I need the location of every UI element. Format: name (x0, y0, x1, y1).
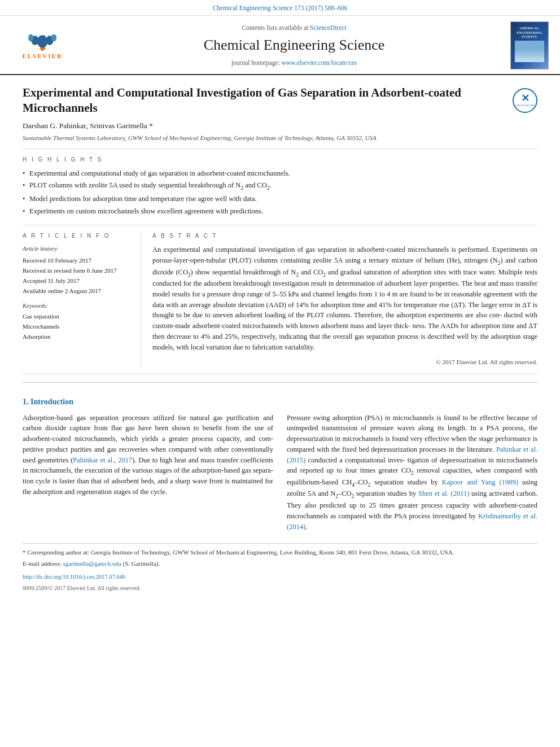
elsevier-brand-text: ELSEVIER (22, 52, 63, 61)
highlight-item: Experimental and computational study of … (23, 168, 537, 178)
highlights-heading: H I G H L I G H T S (23, 156, 537, 164)
paper-content: Experimental and Computational Investiga… (0, 75, 560, 593)
journal-title: Chemical Engineering Science (85, 34, 504, 56)
highlight-item: Experiments on custom microchannels show… (23, 206, 537, 216)
section-divider (23, 382, 537, 383)
highlight-item: Model predictions for adsorption time an… (23, 194, 537, 204)
history-accepted: Accepted 31 July 2017 (23, 277, 129, 286)
abstract-column: A B S T R A C T An experimental and comp… (141, 232, 537, 368)
intro-paragraph-1: Adsorption-based gas separation processe… (23, 413, 273, 497)
journal-reference: Chemical Engineering Science 173 (2017) … (0, 0, 560, 16)
article-info-heading: A R T I C L E I N F O (23, 232, 129, 241)
keywords-label: Keywords: (23, 302, 129, 310)
keyword-gas-separation: Gas separation (23, 312, 129, 321)
paper-affiliation: Sustainable Thermal Systems Laboratory, … (23, 134, 504, 143)
highlight-item: PLOT columns with zeolite 5A used to stu… (23, 180, 537, 192)
highlights-section: H I G H L I G H T S Experimental and com… (23, 149, 537, 225)
intro-col-left: Adsorption-based gas separation processe… (23, 413, 273, 537)
article-info-abstract-section: A R T I C L E I N F O Article history: R… (23, 225, 537, 375)
svg-point-1 (37, 35, 47, 47)
elsevier-logo-area: ELSEVIER (11, 30, 85, 61)
history-revised: Received in revised form 6 June 2017 (23, 267, 129, 276)
footnote-section: * Corresponding author at: Georgia Insti… (23, 543, 537, 592)
cover-thumbnail (515, 41, 544, 62)
sciencedirect-label: Contents lists available at ScienceDirec… (85, 23, 504, 33)
email-note: E-mail address: sgarimella@gatech.edu (S… (23, 560, 537, 568)
journal-cover-image: CHEMICAL ENGINEERING SCIENCE (510, 21, 549, 69)
intro-heading: 1. Introduction (23, 396, 537, 408)
krishnamurthy-link[interactable]: Krishnamurthy et al. (2014) (287, 512, 537, 531)
journal-cover-area: CHEMICAL ENGINEERING SCIENCE (504, 21, 549, 69)
paper-authors: Darshan G. Pahinkar, Srinivas Garimella … (23, 120, 504, 132)
abstract-text: An experimental and computational invest… (152, 244, 537, 352)
crossmark-icon: ✕ CrossMark (513, 88, 537, 113)
author-email-link[interactable]: sgarimella@gatech.edu (63, 560, 121, 567)
svg-point-4 (28, 34, 33, 41)
sciencedirect-link[interactable]: ScienceDirect (310, 24, 347, 31)
elsevier-tree-icon (24, 30, 61, 51)
doi-link[interactable]: http://dx.doi.org/10.1016/j.ces.2017.07.… (23, 574, 125, 580)
kapoor-yang-link[interactable]: Kapoor and Yang (1989) (442, 478, 518, 486)
crossmark-badge-area: ✕ CrossMark (513, 88, 537, 113)
article-info-column: A R T I C L E I N F O Article history: R… (23, 232, 141, 368)
copyright-notice: © 2017 Elsevier Ltd. All rights reserved… (152, 358, 537, 367)
svg-point-5 (51, 34, 56, 41)
history-received: Received 10 February 2017 (23, 256, 129, 265)
pahinkar-2017-link[interactable]: Pahinkar et al., 2017 (73, 456, 132, 464)
introduction-section: 1. Introduction Adsorption-based gas sep… (23, 391, 537, 536)
paper-title-section: Experimental and Computational Investiga… (23, 75, 537, 149)
history-label: Article history: (23, 244, 129, 253)
abstract-heading: A B S T R A C T (152, 232, 537, 241)
history-available: Available online 2 August 2017 (23, 287, 129, 296)
pahinkar-2015-link[interactable]: Pahinkar et al. (2015) (287, 445, 537, 464)
journal-homepage: journal homepage: www.elsevier.com/locat… (85, 58, 504, 68)
homepage-link[interactable]: www.elsevier.com/locate/ces (282, 59, 357, 66)
shen-link[interactable]: Shen et al. (2011) (418, 490, 469, 497)
journal-header: ELSEVIER Contents lists available at Sci… (0, 16, 560, 75)
rights-reserved: 0009-2509/© 2017 Elsevier Ltd. All right… (23, 584, 537, 593)
intro-text-columns: Adsorption-based gas separation processe… (23, 413, 537, 537)
paper-title: Experimental and Computational Investiga… (23, 85, 504, 116)
journal-title-area: Contents lists available at ScienceDirec… (85, 23, 504, 68)
intro-paragraph-2: Pressure swing adsorption (PSA) in micro… (287, 413, 537, 532)
keyword-adsorption: Adsorption (23, 333, 129, 342)
keyword-microchannels: Microchannels (23, 322, 129, 331)
svg-rect-6 (41, 48, 43, 51)
intro-col-right: Pressure swing adsorption (PSA) in micro… (287, 413, 537, 537)
corresponding-author-note: * Corresponding author at: Georgia Insti… (23, 548, 537, 557)
